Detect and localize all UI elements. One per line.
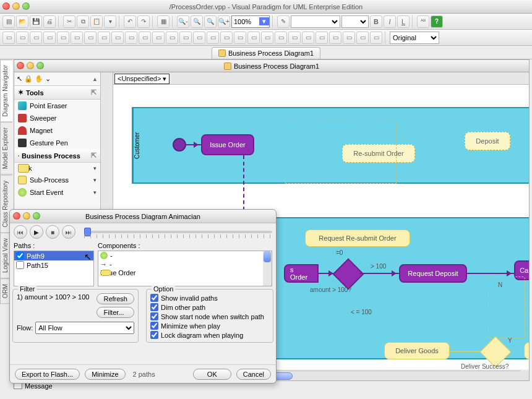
tb2-1[interactable]: ▭: [2, 32, 15, 44]
task-request-resubmit[interactable]: Request Re-submit Order: [305, 230, 410, 247]
palette-item-start-event[interactable]: Start Event▾: [14, 186, 100, 199]
task-request-deposit[interactable]: Request Deposit: [399, 264, 467, 283]
tb2-21[interactable]: ▭: [275, 32, 287, 44]
tb2-2[interactable]: ▭: [16, 32, 28, 44]
lock-icon[interactable]: 🔒: [24, 75, 33, 83]
underline-icon[interactable]: L: [397, 15, 410, 28]
close-icon[interactable]: [17, 62, 24, 69]
opt-dim-other[interactable]: Dim other path: [150, 302, 269, 312]
package-selector[interactable]: <Unspecified> ▾: [114, 74, 169, 84]
rewind-button[interactable]: ⏮: [14, 225, 27, 239]
tb2-4[interactable]: ▭: [43, 32, 56, 44]
zoom-fit-icon[interactable]: 🔍: [191, 15, 203, 28]
italic-icon[interactable]: I: [384, 15, 396, 28]
save-icon[interactable]: 💾: [30, 15, 42, 28]
cursor-icon[interactable]: ↖: [17, 75, 22, 83]
tb2-22[interactable]: ▭: [288, 32, 301, 44]
tb2-3[interactable]: ▭: [30, 32, 42, 44]
minimize-icon[interactable]: [27, 62, 34, 69]
task-c[interactable]: C: [524, 342, 529, 359]
chevron-down-icon[interactable]: ▾: [163, 75, 166, 82]
help-icon[interactable]: ?: [431, 15, 443, 28]
size-combo[interactable]: [341, 15, 369, 28]
tb2-13[interactable]: ▭: [166, 32, 178, 44]
play-button[interactable]: ▶: [30, 225, 43, 239]
chevron-down-icon[interactable]: ▾: [93, 177, 97, 183]
paste-dd-icon[interactable]: ▾: [104, 15, 116, 28]
paste-icon[interactable]: 📋: [90, 15, 103, 28]
palette-section-business-process[interactable]: Business Process ⇱: [14, 149, 100, 163]
tb2-7[interactable]: ▭: [84, 32, 97, 44]
flow-select[interactable]: All Flow: [35, 322, 134, 334]
close-icon[interactable]: [13, 212, 20, 220]
zoom-100-icon[interactable]: 🔍: [204, 15, 217, 28]
redo-icon[interactable]: ↷: [137, 15, 150, 28]
new-icon[interactable]: ▤: [2, 15, 15, 28]
flow-deliver-gw[interactable]: [450, 351, 483, 352]
spellcheck-icon[interactable]: ᴬᴮ: [417, 15, 429, 28]
task-deposit[interactable]: Deposit: [465, 132, 510, 150]
zoom-in-icon[interactable]: 🔍+: [218, 15, 230, 28]
path-checkbox[interactable]: [16, 252, 24, 260]
zoom-icon[interactable]: [33, 212, 40, 220]
palette-item-magnet[interactable]: Magnet: [14, 124, 100, 137]
tb2-6[interactable]: ▭: [71, 32, 83, 44]
task-s-order[interactable]: s Order: [284, 264, 319, 283]
component-item[interactable]: -: [98, 251, 272, 260]
zoom-icon[interactable]: [36, 62, 44, 69]
cut-icon[interactable]: ✂: [63, 15, 75, 28]
tb2-8[interactable]: ▭: [98, 32, 110, 44]
minimize-button[interactable]: Minimize: [85, 369, 125, 380]
filter-button[interactable]: Filter...: [97, 307, 134, 318]
tb2-23[interactable]: ▭: [302, 32, 314, 44]
palette-item-gesture-pen[interactable]: Gesture Pen: [14, 137, 100, 149]
layout-icon[interactable]: ▦: [157, 15, 169, 28]
sidetab-model-explorer[interactable]: Model Explorer: [0, 122, 12, 174]
opt-lock-diagram[interactable]: Lock diagram when playing: [150, 330, 269, 340]
cancel-button[interactable]: Cancel: [236, 369, 271, 380]
paths-list[interactable]: Path9 Path15: [14, 251, 94, 286]
pin-icon[interactable]: ⇱: [91, 88, 97, 97]
opt-invalid-paths[interactable]: Show invalid paths: [150, 293, 269, 302]
font-combo[interactable]: [291, 15, 340, 28]
copy-icon[interactable]: ⧉: [77, 15, 89, 28]
tb2-14[interactable]: ▭: [179, 32, 192, 44]
task-issue-order[interactable]: Issue Order: [201, 134, 254, 155]
zoom-icon[interactable]: [22, 2, 30, 10]
close-icon[interactable]: [2, 2, 10, 10]
flow-gw-deposit[interactable]: [359, 273, 399, 274]
progress-slider[interactable]: [84, 231, 272, 233]
animation-titlebar[interactable]: Business Process Diagram Animacian: [10, 210, 276, 223]
zoom-input[interactable]: [232, 18, 259, 25]
pin-icon[interactable]: ⇱: [91, 152, 97, 160]
scrollbar-thumb[interactable]: [264, 251, 271, 262]
path-checkbox[interactable]: [16, 261, 24, 269]
tb2-11[interactable]: ▭: [139, 32, 151, 44]
palette-item-task[interactable]: Task▾: [14, 163, 100, 174]
tb2-5[interactable]: ▭: [57, 32, 69, 44]
chevron-down-icon[interactable]: ▾: [93, 165, 97, 171]
open-icon[interactable]: 📂: [16, 15, 28, 28]
zoom-dropdown-icon[interactable]: ▾: [259, 17, 269, 25]
components-scrollbar[interactable]: [263, 251, 272, 286]
tb2-18[interactable]: ▭: [234, 32, 246, 44]
flow-start-issue[interactable]: [186, 144, 201, 145]
tb2-9[interactable]: ▭: [111, 32, 124, 44]
tb2-17[interactable]: ▭: [220, 32, 233, 44]
opt-start-node[interactable]: Show start node when switch path: [150, 312, 269, 321]
ok-button[interactable]: OK: [193, 369, 231, 380]
export-flash-button[interactable]: Export to Flash...: [15, 369, 80, 380]
tb2-25[interactable]: ▭: [329, 32, 341, 44]
component-item[interactable]: Issue Order: [98, 268, 272, 277]
palette-item-sweeper[interactable]: Sweeper: [14, 112, 100, 124]
zoom-out-icon[interactable]: 🔍-: [177, 15, 189, 28]
start-event[interactable]: [173, 138, 186, 152]
pan-icon[interactable]: ✋: [35, 75, 43, 83]
style-combo[interactable]: Original: [390, 32, 439, 44]
tb2-10[interactable]: ▭: [125, 32, 137, 44]
tb2-12[interactable]: ▭: [152, 32, 165, 44]
palette-item-sub-process[interactable]: Sub-Process▾: [14, 174, 100, 186]
tb2-26[interactable]: ▭: [343, 32, 355, 44]
flow-deposit-canc[interactable]: [467, 273, 514, 274]
palette-item-point-eraser[interactable]: Point Eraser: [14, 100, 100, 112]
